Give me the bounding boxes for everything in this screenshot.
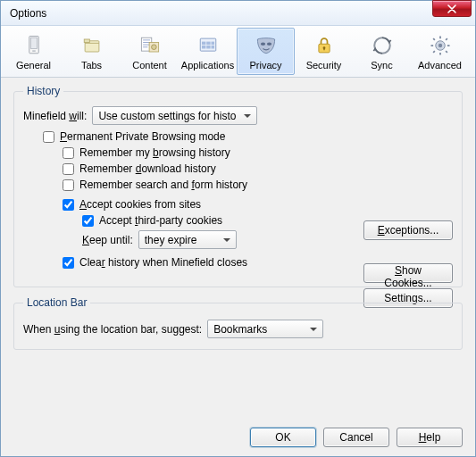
dialog-footer: OK Cancel Help (250, 428, 463, 447)
tab-advanced[interactable]: Advanced (411, 28, 469, 75)
svg-point-15 (260, 43, 264, 46)
help-button[interactable]: Help (397, 428, 463, 447)
tab-content[interactable]: Content (121, 28, 179, 75)
svg-rect-10 (206, 42, 210, 46)
location-suggest-label: When using the location bar, suggest: (23, 323, 202, 336)
cancel-button[interactable]: Cancel (323, 428, 389, 447)
keep-until-select[interactable]: they expire (138, 230, 237, 249)
accept-third-label: Accept third-party cookies (99, 214, 222, 227)
titlebar[interactable]: Options (1, 1, 475, 26)
history-group: History Minefield will: Use custom setti… (13, 85, 463, 287)
svg-rect-14 (211, 46, 214, 49)
advanced-gear-icon (426, 32, 455, 59)
tab-general-label: General (16, 60, 51, 71)
tab-sync-label: Sync (371, 60, 392, 71)
remember-download-checkbox[interactable] (63, 163, 74, 175)
accept-third-checkbox[interactable] (82, 215, 94, 227)
location-bar-legend: Location Bar (23, 296, 90, 309)
tab-security[interactable]: Security (295, 28, 353, 75)
tab-privacy-label: Privacy (249, 60, 281, 71)
tab-applications[interactable]: Applications (179, 28, 237, 75)
remember-browsing-label: Remember my browsing history (79, 146, 230, 159)
history-mode-select[interactable]: Use custom settings for history (92, 106, 257, 125)
tab-tabs-label: Tabs (81, 60, 102, 71)
svg-rect-13 (206, 46, 210, 49)
clear-on-close-checkbox[interactable] (63, 257, 74, 269)
accept-cookies-checkbox[interactable] (63, 199, 74, 211)
history-legend: History (23, 85, 63, 97)
remember-browsing-checkbox[interactable] (63, 147, 74, 159)
accept-cookies-label: Accept cookies from sites (79, 198, 201, 211)
tab-tabs[interactable]: Tabs (63, 28, 121, 75)
sync-icon (368, 32, 397, 59)
svg-rect-12 (202, 46, 205, 49)
svg-point-22 (438, 44, 441, 47)
keep-until-label: Keep until: (82, 234, 133, 246)
tab-sync[interactable]: Sync (353, 28, 411, 75)
svg-rect-19 (323, 48, 324, 51)
tab-applications-label: Applications (181, 60, 234, 71)
svg-rect-2 (32, 50, 36, 52)
location-bar-group: Location Bar When using the location bar… (13, 296, 463, 350)
remember-download-label: Remember download history (79, 162, 216, 175)
clear-on-close-label: Clear history when Minefield closes (79, 256, 247, 269)
permanent-private-checkbox[interactable] (43, 131, 54, 143)
content-area: History Minefield will: Use custom setti… (1, 78, 475, 350)
tab-general[interactable]: General (4, 28, 63, 75)
svg-rect-4 (84, 39, 89, 43)
svg-rect-9 (202, 42, 205, 46)
options-window: Options General Tabs Content (0, 0, 476, 457)
tab-security-label: Security (306, 60, 342, 71)
location-suggest-select[interactable]: Bookmarks (207, 320, 323, 338)
general-icon (20, 32, 48, 59)
svg-rect-11 (211, 42, 214, 46)
content-icon (136, 32, 164, 59)
window-title: Options (6, 7, 46, 20)
tab-privacy[interactable]: Privacy (237, 28, 295, 75)
show-cookies-button[interactable]: Show Cookies... (363, 263, 453, 283)
svg-rect-1 (30, 37, 37, 48)
applications-icon (194, 32, 222, 59)
remember-forms-label: Remember search and form history (79, 179, 247, 191)
category-toolbar: General Tabs Content Applications Privac… (1, 26, 475, 78)
tabs-icon (78, 32, 106, 59)
close-button[interactable] (432, 0, 472, 17)
svg-point-7 (151, 45, 156, 50)
ok-button[interactable]: OK (250, 428, 316, 447)
tab-content-label: Content (132, 60, 167, 71)
tab-advanced-label: Advanced (418, 60, 462, 71)
permanent-private-label: Permanent Private Browsing mode (60, 130, 225, 143)
close-icon (447, 4, 456, 13)
minefield-will-label: Minefield will: (23, 110, 87, 122)
security-lock-icon (310, 32, 338, 59)
privacy-mask-icon (252, 32, 280, 59)
remember-forms-checkbox[interactable] (63, 179, 74, 191)
exceptions-button[interactable]: Exceptions... (363, 220, 453, 240)
svg-point-16 (266, 43, 271, 46)
